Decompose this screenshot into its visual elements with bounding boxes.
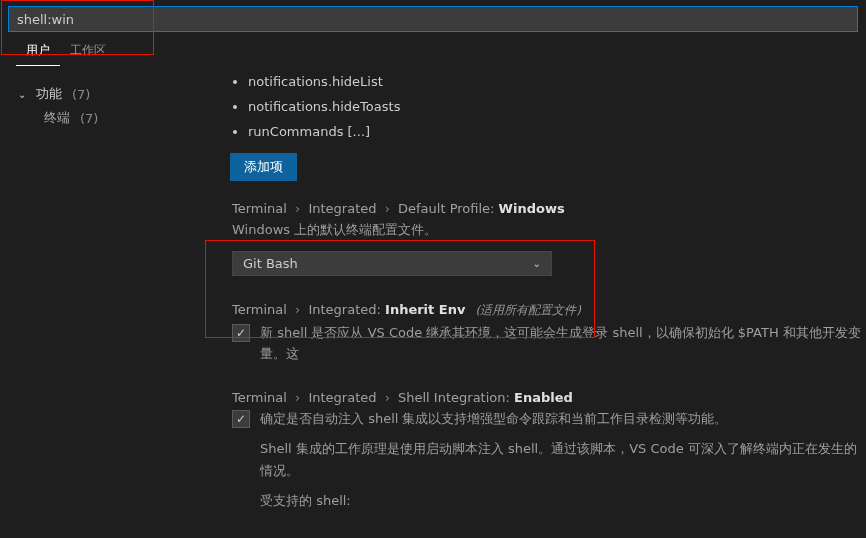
setting-title: Terminal › Integrated › Default Profile:… xyxy=(232,201,866,216)
breadcrumb-part: Integrated xyxy=(308,390,376,405)
check-icon: ✓ xyxy=(236,326,246,340)
settings-main: notifications.hideList notifications.hid… xyxy=(200,66,866,538)
separator-icon: › xyxy=(295,302,300,317)
setting-description: 确定是否自动注入 shell 集成以支持增强型命令跟踪和当前工作目录检测等功能。 xyxy=(260,409,728,430)
setting-default-profile-windows: Terminal › Integrated › Default Profile:… xyxy=(220,201,866,276)
chevron-down-icon: ⌄ xyxy=(18,89,30,100)
setting-inherit-env: Terminal › Integrated: Inherit Env (适用所有… xyxy=(220,302,866,365)
setting-shell-integration-enabled: Terminal › Integrated › Shell Integratio… xyxy=(220,390,866,512)
sidebar: ⌄ 功能 (7) 终端 (7) xyxy=(0,66,200,538)
separator-icon: › xyxy=(385,390,390,405)
command-list: notifications.hideList notifications.hid… xyxy=(248,74,866,139)
tab-user[interactable]: 用户 xyxy=(16,37,60,66)
separator-icon: › xyxy=(295,201,300,216)
list-item: notifications.hideToasts xyxy=(248,99,866,114)
check-icon: ✓ xyxy=(236,412,246,426)
breadcrumb-part: Integrated xyxy=(308,201,376,216)
sidebar-item-terminal[interactable]: 终端 (7) xyxy=(18,106,200,130)
tab-workspace[interactable]: 工作区 xyxy=(60,37,116,66)
sidebar-item-label: 终端 xyxy=(44,109,70,127)
setting-scope: (适用所有配置文件) xyxy=(476,303,581,317)
separator-icon: › xyxy=(295,390,300,405)
setting-name: Inherit Env xyxy=(385,302,465,317)
separator-icon: › xyxy=(385,201,390,216)
breadcrumb-part: Terminal xyxy=(232,201,287,216)
breadcrumb-part: Terminal xyxy=(232,390,287,405)
default-profile-dropdown[interactable]: Git Bash ⌄ xyxy=(232,251,552,276)
search-bar xyxy=(0,0,866,38)
setting-name: Enabled xyxy=(514,390,573,405)
breadcrumb-part: Terminal xyxy=(232,302,287,317)
breadcrumb-part: Integrated: xyxy=(308,302,380,317)
sidebar-item-count: (7) xyxy=(80,111,98,126)
setting-description: Windows 上的默认终端配置文件。 xyxy=(232,220,866,241)
setting-title: Terminal › Integrated: Inherit Env (适用所有… xyxy=(232,302,866,319)
scope-tabs: 用户 工作区 xyxy=(0,38,866,66)
shell-integration-checkbox[interactable]: ✓ xyxy=(232,410,250,428)
setting-description: 新 shell 是否应从 VS Code 继承其环境，这可能会生成登录 shel… xyxy=(260,323,866,365)
sidebar-group-features[interactable]: ⌄ 功能 (7) xyxy=(18,82,200,106)
list-item: notifications.hideList xyxy=(248,74,866,89)
setting-description-extra: 受支持的 shell: xyxy=(260,490,866,512)
sidebar-group-count: (7) xyxy=(72,87,90,102)
chevron-down-icon: ⌄ xyxy=(533,258,541,269)
breadcrumb-part: Shell Integration: xyxy=(398,390,510,405)
setting-title: Terminal › Integrated › Shell Integratio… xyxy=(232,390,866,405)
setting-name: Windows xyxy=(499,201,565,216)
checkbox-row: ✓ 新 shell 是否应从 VS Code 继承其环境，这可能会生成登录 sh… xyxy=(232,323,866,365)
settings-body: ⌄ 功能 (7) 终端 (7) notifications.hideList n… xyxy=(0,66,866,538)
setting-description-extra: Shell 集成的工作原理是使用启动脚本注入 shell。通过该脚本，VS Co… xyxy=(260,438,866,482)
list-item: runCommands [...] xyxy=(248,124,866,139)
checkbox-row: ✓ 确定是否自动注入 shell 集成以支持增强型命令跟踪和当前工作目录检测等功… xyxy=(232,409,866,430)
sidebar-group-label: 功能 xyxy=(36,85,62,103)
breadcrumb-part: Default Profile: xyxy=(398,201,494,216)
dropdown-value: Git Bash xyxy=(243,256,298,271)
add-item-button[interactable]: 添加项 xyxy=(230,153,297,181)
inherit-env-checkbox[interactable]: ✓ xyxy=(232,324,250,342)
search-input[interactable] xyxy=(8,6,858,32)
